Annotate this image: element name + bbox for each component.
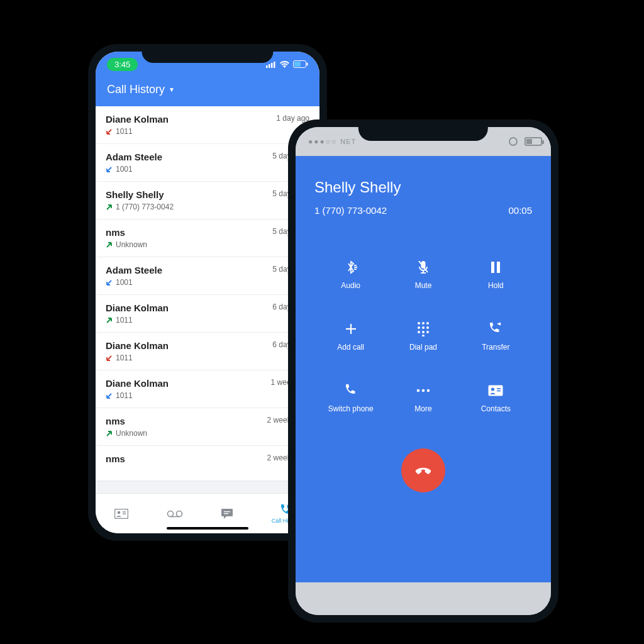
call-direction-icon [106, 279, 112, 286]
svg-point-36 [426, 331, 429, 333]
page-title[interactable]: Call History ▼ [96, 77, 319, 106]
bottom-bar [296, 582, 551, 615]
call-history-list[interactable]: Diane Kolman1 day ago10110:00Adam Steele… [96, 106, 319, 480]
call-direction-icon [106, 467, 112, 473]
more-button[interactable]: More [387, 383, 459, 413]
call-history-row[interactable]: Adam Steele5 days ago10010:07 [96, 257, 319, 294]
phone-frame-call: ●●●○○ NET Shelly Shelly 1 (770) 773-0042… [288, 119, 558, 623]
call-number: Unknown [106, 429, 147, 438]
contact-name: Shelly Shelly [106, 189, 164, 200]
call-history-row[interactable]: nms5 days agoUnknown0:00 [96, 219, 319, 257]
pause-icon [487, 260, 504, 275]
button-label: More [414, 404, 431, 413]
call-number: 1011 [106, 316, 133, 325]
button-label: Dial pad [409, 343, 437, 352]
mute-button[interactable]: Mute [387, 260, 459, 290]
svg-point-30 [426, 322, 429, 325]
call-number: 1 (770) 773-0042 [106, 203, 174, 211]
tab-contacts[interactable] [114, 509, 128, 519]
svg-point-12 [176, 511, 182, 516]
svg-point-11 [167, 511, 173, 516]
svg-rect-24 [491, 262, 494, 273]
call-direction-icon [106, 128, 112, 135]
call-number: 1 (770) 773-0042 [314, 205, 387, 216]
svg-point-8 [118, 511, 121, 514]
svg-rect-3 [274, 62, 275, 68]
call-number [106, 467, 116, 473]
button-label: Transfer [482, 343, 509, 352]
svg-point-40 [427, 389, 430, 392]
transfer-button[interactable]: Transfer [460, 321, 532, 352]
svg-rect-0 [266, 65, 268, 68]
svg-point-33 [426, 326, 429, 329]
status-time: 3:45 [107, 58, 138, 71]
phone-hangup-icon [413, 460, 434, 481]
carrier-label: NET [340, 138, 356, 145]
signal-icon [266, 61, 276, 68]
call-direction-icon [106, 317, 112, 323]
wifi-icon [280, 61, 289, 68]
bluetooth-audio-icon [342, 260, 360, 275]
contact-name: nms [106, 453, 125, 464]
call-number: 1011 [106, 127, 133, 136]
svg-rect-2 [271, 63, 273, 68]
call-direction-icon [106, 430, 112, 436]
screen-call: ●●●○○ NET Shelly Shelly 1 (770) 773-0042… [296, 127, 551, 615]
notch [142, 44, 274, 63]
screen-history: 3:45 Call History ▼ Diane Kolman1 day ag… [96, 52, 319, 533]
hold-button[interactable]: Hold [460, 260, 532, 290]
call-history-row[interactable]: Diane Kolman6 days ago10111:04 [96, 295, 319, 332]
call-number: 1011 [106, 353, 133, 362]
button-label: Add call [337, 343, 364, 352]
add-call-button[interactable]: Add call [314, 321, 387, 352]
svg-rect-5 [294, 62, 301, 67]
end-call-button[interactable] [401, 448, 445, 492]
contact-name: Adam Steele [106, 152, 162, 162]
tab-voicemail[interactable] [167, 510, 183, 518]
dialpad-icon [414, 321, 432, 336]
svg-point-32 [422, 326, 425, 329]
dialpad-button[interactable]: Dial pad [387, 321, 459, 352]
button-label: Contacts [481, 404, 511, 413]
home-indicator[interactable] [167, 527, 248, 530]
switch-phone-button[interactable]: Switch phone [314, 383, 387, 413]
contact-name: Diane Kolman [106, 114, 169, 125]
battery-icon [525, 137, 542, 146]
button-label: Switch phone [328, 404, 374, 413]
call-direction-icon [106, 204, 112, 210]
globe-icon [509, 137, 518, 146]
svg-rect-15 [224, 513, 228, 514]
page-title-text: Call History [107, 83, 165, 96]
call-history-row[interactable]: Diane Kolman1 day ago10110:00 [96, 106, 319, 143]
call-direction-icon [106, 166, 112, 172]
mic-off-icon [414, 260, 432, 275]
call-history-row[interactable]: Diane Kolman1 week ago10115:55 [96, 370, 319, 408]
svg-point-31 [418, 326, 420, 329]
tab-chat[interactable] [221, 508, 233, 519]
button-label: Hold [488, 281, 504, 290]
call-direction-icon [106, 242, 112, 248]
phone-forward-icon [487, 321, 504, 336]
svg-point-35 [422, 331, 425, 333]
call-direction-icon [106, 355, 112, 361]
contact-name: Diane Kolman [106, 340, 169, 351]
contact-name: nms [106, 227, 125, 238]
contacts-button[interactable]: Contacts [460, 383, 532, 413]
contact-card-icon [114, 509, 128, 519]
contact-name: Diane Kolman [106, 303, 169, 313]
call-number: Unknown [106, 240, 147, 249]
svg-point-37 [422, 335, 425, 336]
call-history-row[interactable]: nms2 weeks agoUnknown0:00 [96, 408, 319, 445]
audio-button[interactable]: Audio [314, 260, 387, 290]
svg-rect-6 [307, 63, 308, 66]
chat-icon [221, 508, 233, 519]
battery-icon [293, 60, 308, 68]
svg-point-42 [491, 387, 494, 391]
call-history-row[interactable]: nms2 weeks ago [96, 446, 319, 480]
call-history-row[interactable]: Shelly Shelly5 days ago1 (770) 773-00421… [96, 182, 319, 219]
call-history-row[interactable]: Diane Kolman6 days ago10110:00 [96, 333, 319, 370]
svg-point-34 [418, 331, 420, 333]
call-action-grid: Audio Mute Hold [314, 260, 532, 413]
call-elapsed: 00:05 [508, 205, 532, 216]
call-history-row[interactable]: Adam Steele5 days ago10011:47 [96, 144, 319, 181]
